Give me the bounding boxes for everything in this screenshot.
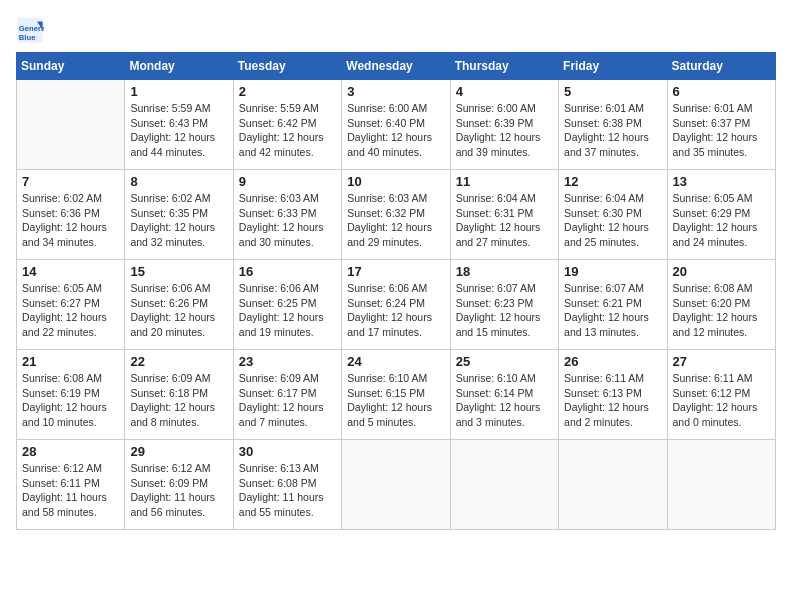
cell-info: Sunrise: 6:13 AM Sunset: 6:08 PM Dayligh… [239, 461, 336, 520]
cell-info: Sunrise: 6:06 AM Sunset: 6:25 PM Dayligh… [239, 281, 336, 340]
day-number: 5 [564, 84, 661, 99]
cell-info: Sunrise: 6:03 AM Sunset: 6:32 PM Dayligh… [347, 191, 444, 250]
calendar-cell: 13Sunrise: 6:05 AM Sunset: 6:29 PM Dayli… [667, 170, 775, 260]
day-number: 20 [673, 264, 770, 279]
cell-info: Sunrise: 6:02 AM Sunset: 6:35 PM Dayligh… [130, 191, 227, 250]
calendar-cell: 1Sunrise: 5:59 AM Sunset: 6:43 PM Daylig… [125, 80, 233, 170]
day-number: 24 [347, 354, 444, 369]
calendar-cell: 29Sunrise: 6:12 AM Sunset: 6:09 PM Dayli… [125, 440, 233, 530]
cell-info: Sunrise: 6:03 AM Sunset: 6:33 PM Dayligh… [239, 191, 336, 250]
calendar-cell: 11Sunrise: 6:04 AM Sunset: 6:31 PM Dayli… [450, 170, 558, 260]
cell-info: Sunrise: 6:05 AM Sunset: 6:27 PM Dayligh… [22, 281, 119, 340]
day-number: 25 [456, 354, 553, 369]
cell-info: Sunrise: 6:00 AM Sunset: 6:40 PM Dayligh… [347, 101, 444, 160]
calendar-cell: 19Sunrise: 6:07 AM Sunset: 6:21 PM Dayli… [559, 260, 667, 350]
cell-info: Sunrise: 6:12 AM Sunset: 6:11 PM Dayligh… [22, 461, 119, 520]
weekday-header: Sunday [17, 53, 125, 80]
day-number: 21 [22, 354, 119, 369]
day-number: 13 [673, 174, 770, 189]
cell-info: Sunrise: 6:06 AM Sunset: 6:26 PM Dayligh… [130, 281, 227, 340]
cell-info: Sunrise: 6:10 AM Sunset: 6:15 PM Dayligh… [347, 371, 444, 430]
calendar-header-row: SundayMondayTuesdayWednesdayThursdayFrid… [17, 53, 776, 80]
calendar-cell: 28Sunrise: 6:12 AM Sunset: 6:11 PM Dayli… [17, 440, 125, 530]
calendar-cell: 23Sunrise: 6:09 AM Sunset: 6:17 PM Dayli… [233, 350, 341, 440]
day-number: 19 [564, 264, 661, 279]
cell-info: Sunrise: 6:11 AM Sunset: 6:12 PM Dayligh… [673, 371, 770, 430]
calendar-cell: 3Sunrise: 6:00 AM Sunset: 6:40 PM Daylig… [342, 80, 450, 170]
weekday-header: Tuesday [233, 53, 341, 80]
cell-info: Sunrise: 6:11 AM Sunset: 6:13 PM Dayligh… [564, 371, 661, 430]
calendar-cell [342, 440, 450, 530]
weekday-header: Wednesday [342, 53, 450, 80]
cell-info: Sunrise: 6:02 AM Sunset: 6:36 PM Dayligh… [22, 191, 119, 250]
calendar-cell: 16Sunrise: 6:06 AM Sunset: 6:25 PM Dayli… [233, 260, 341, 350]
cell-info: Sunrise: 6:06 AM Sunset: 6:24 PM Dayligh… [347, 281, 444, 340]
calendar-week-row: 1Sunrise: 5:59 AM Sunset: 6:43 PM Daylig… [17, 80, 776, 170]
calendar-cell: 7Sunrise: 6:02 AM Sunset: 6:36 PM Daylig… [17, 170, 125, 260]
weekday-header: Saturday [667, 53, 775, 80]
cell-info: Sunrise: 5:59 AM Sunset: 6:43 PM Dayligh… [130, 101, 227, 160]
day-number: 10 [347, 174, 444, 189]
calendar-cell: 25Sunrise: 6:10 AM Sunset: 6:14 PM Dayli… [450, 350, 558, 440]
weekday-header: Monday [125, 53, 233, 80]
day-number: 17 [347, 264, 444, 279]
day-number: 27 [673, 354, 770, 369]
calendar-cell: 9Sunrise: 6:03 AM Sunset: 6:33 PM Daylig… [233, 170, 341, 260]
weekday-header: Friday [559, 53, 667, 80]
cell-info: Sunrise: 6:01 AM Sunset: 6:37 PM Dayligh… [673, 101, 770, 160]
calendar-week-row: 7Sunrise: 6:02 AM Sunset: 6:36 PM Daylig… [17, 170, 776, 260]
calendar-cell: 26Sunrise: 6:11 AM Sunset: 6:13 PM Dayli… [559, 350, 667, 440]
day-number: 7 [22, 174, 119, 189]
day-number: 14 [22, 264, 119, 279]
calendar-cell: 20Sunrise: 6:08 AM Sunset: 6:20 PM Dayli… [667, 260, 775, 350]
calendar-week-row: 21Sunrise: 6:08 AM Sunset: 6:19 PM Dayli… [17, 350, 776, 440]
calendar-week-row: 28Sunrise: 6:12 AM Sunset: 6:11 PM Dayli… [17, 440, 776, 530]
day-number: 23 [239, 354, 336, 369]
calendar-cell: 8Sunrise: 6:02 AM Sunset: 6:35 PM Daylig… [125, 170, 233, 260]
calendar-cell: 18Sunrise: 6:07 AM Sunset: 6:23 PM Dayli… [450, 260, 558, 350]
day-number: 29 [130, 444, 227, 459]
cell-info: Sunrise: 6:05 AM Sunset: 6:29 PM Dayligh… [673, 191, 770, 250]
cell-info: Sunrise: 6:09 AM Sunset: 6:17 PM Dayligh… [239, 371, 336, 430]
calendar-cell: 22Sunrise: 6:09 AM Sunset: 6:18 PM Dayli… [125, 350, 233, 440]
day-number: 22 [130, 354, 227, 369]
day-number: 8 [130, 174, 227, 189]
cell-info: Sunrise: 6:07 AM Sunset: 6:23 PM Dayligh… [456, 281, 553, 340]
calendar-cell [667, 440, 775, 530]
calendar-cell: 30Sunrise: 6:13 AM Sunset: 6:08 PM Dayli… [233, 440, 341, 530]
cell-info: Sunrise: 6:04 AM Sunset: 6:31 PM Dayligh… [456, 191, 553, 250]
day-number: 15 [130, 264, 227, 279]
day-number: 3 [347, 84, 444, 99]
svg-text:Blue: Blue [19, 33, 36, 42]
day-number: 18 [456, 264, 553, 279]
calendar-cell [559, 440, 667, 530]
calendar-cell: 5Sunrise: 6:01 AM Sunset: 6:38 PM Daylig… [559, 80, 667, 170]
logo-icon: General Blue [16, 16, 44, 44]
calendar-cell: 6Sunrise: 6:01 AM Sunset: 6:37 PM Daylig… [667, 80, 775, 170]
calendar-cell: 4Sunrise: 6:00 AM Sunset: 6:39 PM Daylig… [450, 80, 558, 170]
cell-info: Sunrise: 5:59 AM Sunset: 6:42 PM Dayligh… [239, 101, 336, 160]
calendar-cell [17, 80, 125, 170]
day-number: 12 [564, 174, 661, 189]
calendar-cell: 14Sunrise: 6:05 AM Sunset: 6:27 PM Dayli… [17, 260, 125, 350]
calendar-week-row: 14Sunrise: 6:05 AM Sunset: 6:27 PM Dayli… [17, 260, 776, 350]
calendar-cell [450, 440, 558, 530]
calendar-cell: 24Sunrise: 6:10 AM Sunset: 6:15 PM Dayli… [342, 350, 450, 440]
calendar-cell: 21Sunrise: 6:08 AM Sunset: 6:19 PM Dayli… [17, 350, 125, 440]
cell-info: Sunrise: 6:08 AM Sunset: 6:20 PM Dayligh… [673, 281, 770, 340]
cell-info: Sunrise: 6:12 AM Sunset: 6:09 PM Dayligh… [130, 461, 227, 520]
calendar-cell: 2Sunrise: 5:59 AM Sunset: 6:42 PM Daylig… [233, 80, 341, 170]
calendar-table: SundayMondayTuesdayWednesdayThursdayFrid… [16, 52, 776, 530]
cell-info: Sunrise: 6:00 AM Sunset: 6:39 PM Dayligh… [456, 101, 553, 160]
calendar-cell: 15Sunrise: 6:06 AM Sunset: 6:26 PM Dayli… [125, 260, 233, 350]
logo: General Blue [16, 16, 48, 44]
day-number: 9 [239, 174, 336, 189]
cell-info: Sunrise: 6:09 AM Sunset: 6:18 PM Dayligh… [130, 371, 227, 430]
day-number: 6 [673, 84, 770, 99]
day-number: 30 [239, 444, 336, 459]
cell-info: Sunrise: 6:04 AM Sunset: 6:30 PM Dayligh… [564, 191, 661, 250]
day-number: 4 [456, 84, 553, 99]
day-number: 1 [130, 84, 227, 99]
calendar-cell: 10Sunrise: 6:03 AM Sunset: 6:32 PM Dayli… [342, 170, 450, 260]
calendar-cell: 27Sunrise: 6:11 AM Sunset: 6:12 PM Dayli… [667, 350, 775, 440]
